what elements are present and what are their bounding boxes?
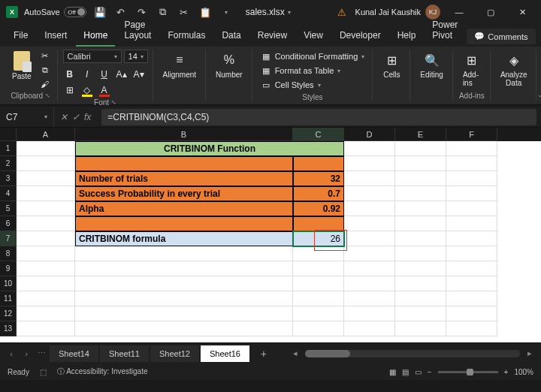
collapse-ribbon-button[interactable]: ⌄ [537,50,541,101]
tab-page-layout[interactable]: Page Layout [116,15,159,47]
cell-b3[interactable]: Number of trials [75,171,293,186]
horizontal-scrollbar[interactable]: ◂▸ [289,347,536,360]
row-header[interactable]: 1 [0,141,17,156]
tab-home[interactable]: Home [76,26,115,47]
row-header[interactable]: 5 [0,201,17,216]
row-header[interactable]: 3 [0,171,17,186]
cell-b1[interactable]: CRITBINOM Function [75,141,344,156]
maximize-button[interactable]: ▢ [478,2,503,23]
warning-icon[interactable]: ⚠ [334,5,349,20]
all-sheets-button[interactable]: ⋯ [35,347,48,360]
fill-color-button[interactable]: ◇ [80,83,94,97]
font-name-select[interactable]: Calibri▾ [63,50,122,63]
prev-sheet-button[interactable]: ‹ [5,347,18,360]
addins-button[interactable]: ⊞ Add-ins [458,50,485,89]
save-icon[interactable]: 💾 [92,5,107,20]
row-header[interactable]: 4 [0,186,17,201]
sheet-tab[interactable]: Sheet14 [50,345,98,362]
fx-icon[interactable]: fx [84,112,91,122]
row-header[interactable]: 12 [0,306,17,321]
row-header[interactable]: 8 [0,246,17,261]
sheet-tab-active[interactable]: Sheet16 [201,345,249,362]
decrease-font-button[interactable]: A▾ [132,68,146,81]
analyze-data-button[interactable]: ◈ Analyze Data [496,50,532,89]
zoom-level[interactable]: 100% [514,368,533,376]
name-box[interactable]: C7▾ [0,107,54,127]
zoom-out-button[interactable]: − [428,368,432,376]
row-header[interactable]: 6 [0,216,17,231]
group-font: Calibri▾ 14▾ B I U A▴ A▾ ⊞ ◇ A Font ⤡ [59,50,153,101]
format-as-table-button[interactable]: ▦Format as Table▾ [258,64,368,77]
col-header-c[interactable]: C [293,128,344,141]
row-header[interactable]: 10 [0,276,17,291]
cell-c7[interactable]: 26 [293,231,344,246]
col-header-b[interactable]: B [75,128,293,141]
next-sheet-button[interactable]: › [20,347,33,360]
page-break-icon[interactable]: ▭ [415,368,422,376]
cell-b7[interactable]: CRITBINOM formula [75,231,293,246]
filename[interactable]: sales.xlsx▾ [246,7,291,17]
bold-button[interactable]: B [63,68,77,81]
qat-more-icon[interactable]: ▾ [219,5,234,20]
tab-file[interactable]: File [6,26,35,47]
page-layout-icon[interactable]: ▤ [402,368,409,376]
copy-button[interactable]: ⧉ [38,64,53,76]
tab-developer[interactable]: Developer [332,26,388,47]
underline-button[interactable]: U [98,68,111,81]
sheet-tab[interactable]: Sheet12 [150,345,199,362]
col-header-f[interactable]: F [446,128,497,141]
sheet-tab[interactable]: Sheet11 [100,345,149,362]
normal-view-icon[interactable]: ▦ [389,368,396,376]
row-header[interactable]: 9 [0,261,17,276]
increase-font-button[interactable]: A▴ [115,68,128,81]
conditional-formatting-button[interactable]: ▦Conditional Formatting▾ [258,50,368,63]
cut-button[interactable]: ✂ [38,50,53,62]
row-header[interactable]: 11 [0,291,17,306]
col-header-d[interactable]: D [344,128,395,141]
row-header[interactable]: 7 [0,231,17,246]
format-painter-button[interactable]: 🖌 [38,78,53,90]
cancel-formula-icon[interactable]: ✕ [60,112,68,122]
border-button[interactable]: ⊞ [63,83,77,97]
row-header[interactable]: 2 [0,156,17,171]
tab-help[interactable]: Help [390,26,424,47]
tab-view[interactable]: View [296,26,331,47]
cell-c4[interactable]: 0.7 [293,186,344,201]
font-color-button[interactable]: A [98,83,111,97]
group-styles: ▦Conditional Formatting▾ ▦Format as Tabl… [253,50,373,101]
comments-button[interactable]: 💬 Comments [467,29,535,44]
tab-power-pivot[interactable]: Power Pivot [425,15,465,47]
cells-button[interactable]: ⊞ Cells [378,50,405,80]
autosave-toggle[interactable]: AutoSave Off [24,7,86,17]
number-button[interactable]: % Number [211,50,247,80]
tab-formulas[interactable]: Formulas [160,26,213,47]
font-size-select[interactable]: 14▾ [124,50,148,63]
zoom-slider[interactable] [438,371,498,373]
formula-input[interactable]: =CRITBINOM(C3,C4,C5) [101,109,536,125]
close-button[interactable]: ✕ [509,2,535,23]
alignment-button[interactable]: ≡ Alignment [159,50,201,80]
cell-c3[interactable]: 32 [293,171,344,186]
col-header-e[interactable]: E [395,128,446,141]
zoom-in-button[interactable]: + [504,368,509,376]
editing-button[interactable]: 🔍 Editing [416,50,448,80]
paste-button[interactable]: Paste [9,50,35,90]
cell-b5[interactable]: Alpha [75,201,293,216]
worksheet[interactable]: A B C D E F 1CRITBINOM Function 2 3Numbe… [0,128,541,342]
tab-data[interactable]: Data [214,26,248,47]
cell-styles-button[interactable]: ▭Cell Styles▾ [258,78,368,92]
cell-c5[interactable]: 0.92 [293,201,344,216]
cell-b4[interactable]: Success Probability in every trial [75,186,293,201]
cut-icon[interactable]: ✂ [177,5,192,20]
col-header-a[interactable]: A [17,128,75,141]
macro-record-icon[interactable]: ⬚ [40,368,47,376]
tab-review[interactable]: Review [250,26,295,47]
row-header[interactable]: 13 [0,321,17,336]
select-all-corner[interactable] [0,128,17,141]
tab-insert[interactable]: Insert [37,26,74,47]
paste-qat-icon[interactable]: 📋 [198,5,213,20]
italic-button[interactable]: I [80,68,94,81]
accessibility-status[interactable]: ⓘ Accessibility: Investigate [57,366,148,377]
new-sheet-button[interactable]: + [255,345,272,362]
enter-formula-icon[interactable]: ✓ [72,112,80,122]
